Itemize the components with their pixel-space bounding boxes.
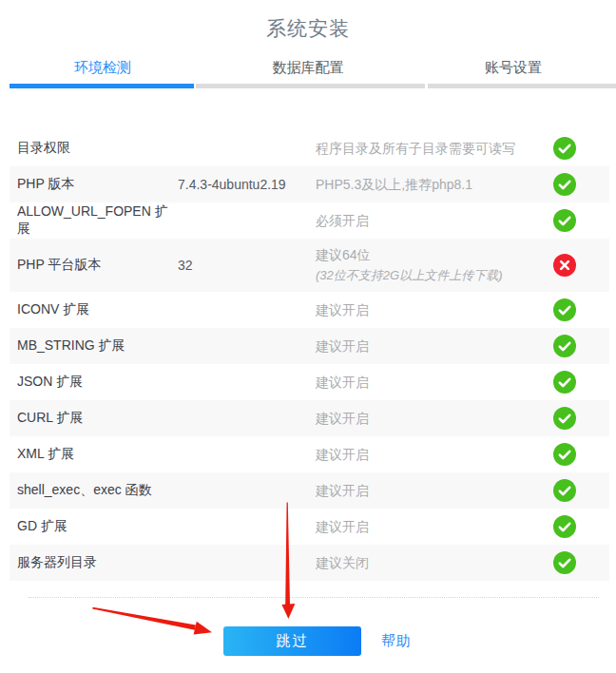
- check-row: ICONV 扩展 建议开启: [10, 292, 609, 328]
- check-name: XML 扩展: [17, 446, 178, 463]
- check-value: 32: [178, 258, 316, 273]
- status-cell: [553, 298, 576, 321]
- check-name: PHP 版本: [17, 176, 178, 193]
- check-requirement: 建议开启: [316, 300, 553, 320]
- check-success-icon: [553, 137, 576, 160]
- check-name: GD 扩展: [17, 518, 178, 535]
- check-row: ALLOW_URL_FOPEN 扩展 必须开启: [10, 202, 609, 239]
- check-requirement: 建议开启: [316, 517, 553, 537]
- check-row: 服务器列目录 建议关闭: [10, 545, 609, 581]
- check-success-icon: [553, 335, 576, 357]
- check-row: CURL 扩展 建议开启: [10, 400, 609, 436]
- tab-environment-check[interactable]: 环境检测: [0, 56, 205, 79]
- status-cell: [553, 335, 576, 357]
- progress-segment-3: [428, 84, 616, 88]
- check-success-icon: [553, 173, 576, 196]
- check-row: PHP 平台版本 32 建议64位 (32位不支持2G以上文件上传下载): [10, 239, 609, 292]
- status-cell: [553, 254, 576, 277]
- check-note: (32位不支持2G以上文件上传下载): [316, 265, 553, 285]
- progress-bar: [0, 84, 616, 88]
- check-row: shell_exec、exec 函数 建议开启: [10, 472, 609, 509]
- progress-segment-2: [196, 84, 425, 88]
- check-requirement-text: 建议关闭: [316, 553, 553, 573]
- tab-account-settings[interactable]: 账号设置: [411, 56, 616, 79]
- status-cell: [553, 137, 576, 160]
- check-name: CURL 扩展: [17, 410, 178, 427]
- check-success-icon: [553, 209, 576, 232]
- check-requirement-text: 建议开启: [316, 445, 553, 465]
- footer-actions: 跳过 帮助: [10, 626, 616, 656]
- check-row: PHP 版本 7.4.3-4ubuntu2.19 PHP5.3及以上,推荐php…: [10, 166, 609, 202]
- check-requirement: 必须开启: [316, 211, 553, 231]
- check-row: MB_STRING 扩展 建议开启: [10, 328, 609, 364]
- status-cell: [553, 443, 576, 466]
- check-requirement: PHP5.3及以上,推荐php8.1: [316, 175, 553, 195]
- environment-check-list: 目录权限 程序目录及所有子目录需要可读写 PHP 版本 7.4.3-4ubunt…: [10, 130, 609, 581]
- check-name: ALLOW_URL_FOPEN 扩展: [17, 203, 178, 238]
- check-name: 服务器列目录: [17, 554, 178, 571]
- status-cell: [553, 479, 576, 502]
- check-name: 目录权限: [17, 140, 178, 157]
- check-success-icon: [553, 371, 576, 394]
- status-cell: [553, 173, 576, 196]
- progress-segment-1: [10, 84, 194, 88]
- check-value: 7.4.3-4ubuntu2.19: [178, 177, 316, 192]
- check-requirement-text: 建议开启: [316, 336, 553, 356]
- check-requirement: 建议开启: [316, 445, 553, 465]
- status-cell: [553, 551, 576, 574]
- check-requirement-text: 建议开启: [316, 409, 553, 429]
- check-name: shell_exec、exec 函数: [17, 482, 178, 499]
- check-name: JSON 扩展: [17, 374, 178, 391]
- check-row: GD 扩展 建议开启: [10, 509, 609, 545]
- check-name: MB_STRING 扩展: [17, 337, 178, 355]
- check-requirement-text: 建议64位: [316, 245, 553, 265]
- check-name: PHP 平台版本: [17, 257, 178, 274]
- check-success-icon: [553, 551, 576, 574]
- status-cell: [553, 371, 576, 394]
- check-requirement: 建议开启: [316, 373, 553, 393]
- status-cell: [553, 407, 576, 430]
- check-requirement: 建议开启: [316, 336, 553, 356]
- check-row: JSON 扩展 建议开启: [10, 364, 609, 400]
- check-fail-icon: [553, 254, 576, 277]
- skip-button[interactable]: 跳过: [223, 626, 361, 656]
- check-requirement-text: 建议开启: [316, 517, 553, 537]
- status-cell: [553, 515, 576, 538]
- check-success-icon: [553, 298, 576, 321]
- check-requirement-text: 建议开启: [316, 373, 553, 393]
- check-success-icon: [553, 515, 576, 538]
- check-row: 目录权限 程序目录及所有子目录需要可读写: [10, 130, 609, 166]
- dotted-divider: [29, 597, 599, 598]
- check-requirement: 程序目录及所有子目录需要可读写: [316, 139, 553, 159]
- check-row: XML 扩展 建议开启: [10, 436, 609, 472]
- tab-bar: 环境检测 数据库配置 账号设置: [0, 56, 616, 79]
- check-requirement-text: 建议开启: [316, 300, 553, 320]
- check-name: ICONV 扩展: [17, 301, 178, 318]
- status-cell: [553, 209, 576, 232]
- check-requirement-text: PHP5.3及以上,推荐php8.1: [316, 175, 553, 195]
- page-title: 系统安装: [0, 0, 616, 41]
- check-requirement: 建议开启: [316, 409, 553, 429]
- tab-database-config[interactable]: 数据库配置: [205, 56, 411, 79]
- check-requirement-text: 程序目录及所有子目录需要可读写: [316, 139, 553, 159]
- install-wizard: 系统安装 环境检测 数据库配置 账号设置 目录权限 程序目录及所有子目录需要可读…: [0, 0, 616, 656]
- check-requirement: 建议关闭: [316, 553, 553, 573]
- check-success-icon: [553, 407, 576, 430]
- check-requirement: 建议开启: [316, 481, 553, 501]
- check-requirement-text: 建议开启: [316, 481, 553, 501]
- check-requirement-text: 必须开启: [316, 211, 553, 231]
- check-requirement: 建议64位 (32位不支持2G以上文件上传下载): [316, 245, 553, 285]
- check-success-icon: [553, 479, 576, 502]
- check-success-icon: [553, 443, 576, 466]
- help-link[interactable]: 帮助: [381, 632, 412, 650]
